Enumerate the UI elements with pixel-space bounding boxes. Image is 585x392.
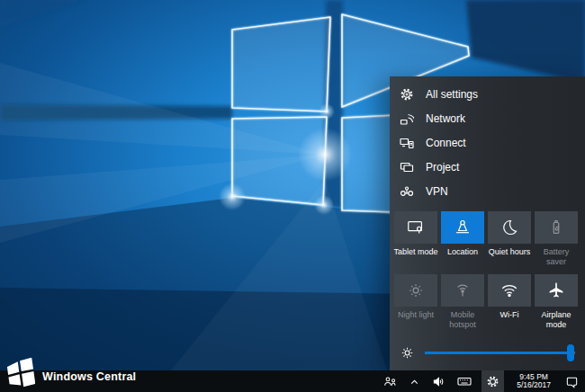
quick-tiles-row-2: Night light Mobile hotspot — [394, 274, 573, 329]
slider-thumb[interactable] — [567, 344, 574, 361]
network-icon — [400, 111, 414, 126]
tile-label: Wi-Fi — [486, 310, 533, 320]
quick-link-connect[interactable]: Connect — [390, 130, 585, 155]
quick-link-project[interactable]: Project — [390, 155, 585, 179]
tile-quiet-hours[interactable]: Quiet hours — [488, 211, 531, 266]
people-icon[interactable] — [382, 370, 399, 392]
quick-link-label: Connect — [426, 137, 466, 149]
desktop-screen: Windows Central All settings Network — [0, 0, 585, 392]
windows-central-flag-icon — [7, 358, 35, 388]
tile-button[interactable] — [441, 211, 484, 244]
action-center-icon[interactable] — [563, 370, 580, 392]
touch-keyboard-icon[interactable] — [455, 370, 473, 392]
tile-button[interactable] — [535, 211, 578, 244]
clock-date: 5/16/2017 — [517, 381, 551, 390]
mobile-hotspot-icon — [453, 281, 472, 300]
gear-icon — [400, 87, 414, 102]
quick-link-label: Project — [426, 161, 459, 174]
tile-mobile-hotspot[interactable]: Mobile hotspot — [441, 274, 484, 329]
tile-wifi[interactable]: Wi-Fi — [488, 274, 531, 329]
chevron-up-icon[interactable] — [407, 370, 422, 392]
wifi-icon — [500, 281, 519, 300]
tile-location[interactable]: Location — [441, 211, 484, 266]
slider-fill — [425, 352, 571, 354]
tile-label: Tablet mode — [392, 247, 439, 257]
windows-central-watermark: Windows Central — [7, 358, 136, 388]
volume-icon[interactable] — [430, 370, 447, 392]
tile-battery-saver[interactable]: Battery saver — [535, 211, 578, 266]
quiet-hours-icon — [500, 218, 519, 237]
tile-label: Airplane mode — [533, 310, 580, 329]
location-icon — [453, 218, 472, 237]
quick-link-label: VPN — [426, 185, 448, 198]
tile-label: Quiet hours — [486, 247, 533, 257]
tile-button[interactable] — [535, 274, 578, 307]
connect-icon — [400, 136, 414, 150]
quick-link-network[interactable]: Network — [390, 106, 585, 130]
settings-gear-icon[interactable] — [482, 370, 504, 392]
tile-button[interactable] — [488, 211, 531, 244]
tile-night-light[interactable]: Night light — [394, 274, 437, 329]
airplane-mode-icon — [546, 281, 566, 300]
tile-label: Battery saver — [533, 247, 580, 266]
tile-button[interactable] — [394, 274, 437, 307]
tile-tablet-mode[interactable]: Tablet mode — [394, 211, 437, 266]
battery-saver-icon — [546, 218, 566, 237]
quick-link-label: All settings — [426, 88, 478, 101]
quick-settings-panel: All settings Network Connect — [390, 76, 585, 370]
brightness-sun-icon — [400, 345, 415, 361]
project-icon — [400, 160, 414, 174]
tile-button[interactable] — [488, 274, 531, 307]
tablet-mode-icon — [406, 218, 426, 237]
quick-links-list: All settings Network Connect — [390, 82, 585, 203]
brightness-slider-row — [400, 341, 575, 364]
night-light-icon — [406, 281, 426, 300]
system-tray: 9:45 PM 5/16/2017 — [382, 370, 585, 392]
tile-airplane-mode[interactable]: Airplane mode — [535, 274, 578, 329]
quick-link-vpn[interactable]: VPN — [390, 179, 585, 203]
vpn-icon — [400, 184, 414, 199]
tile-label: Location — [439, 247, 486, 257]
tile-label: Night light — [392, 310, 439, 320]
brightness-slider[interactable] — [425, 343, 575, 361]
watermark-brand-text: Windows Central — [42, 370, 136, 383]
quick-link-all-settings[interactable]: All settings — [390, 82, 585, 106]
tile-label: Mobile hotspot — [439, 310, 486, 329]
tile-button[interactable] — [394, 211, 437, 244]
taskbar-clock[interactable]: 9:45 PM 5/16/2017 — [512, 373, 555, 390]
tile-button[interactable] — [441, 274, 484, 307]
quick-link-label: Network — [426, 112, 465, 125]
quick-tiles-row-1: Tablet mode Location Qui — [394, 211, 573, 266]
